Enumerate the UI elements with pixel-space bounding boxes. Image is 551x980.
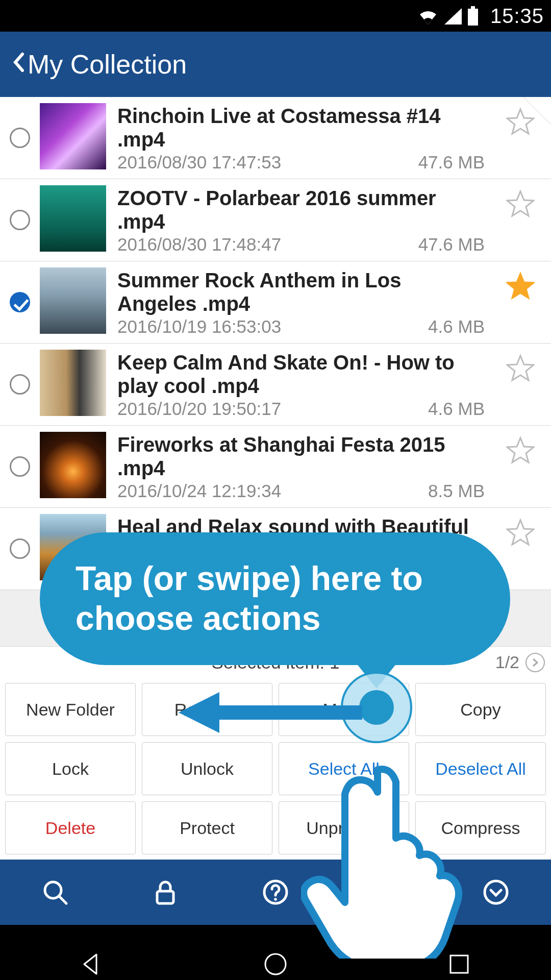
action-unlock[interactable]: Unlock [142, 742, 272, 795]
lock-icon [151, 878, 180, 906]
svg-point-10 [485, 881, 507, 903]
file-size: 47.6 MB [418, 234, 485, 255]
select-checkbox[interactable] [10, 374, 30, 395]
file-name: Rinchoin Live at Costamessa #14 .mp4 [117, 104, 485, 151]
sort-button[interactable] [331, 860, 441, 925]
action-select-all[interactable]: Select All [279, 742, 409, 795]
page-title: My Collection [28, 49, 187, 80]
file-size: 8.5 MB [428, 481, 485, 501]
chevron-down-circle-icon [482, 878, 510, 906]
nav-back[interactable] [33, 941, 151, 981]
star-icon[interactable] [506, 189, 535, 218]
collapse-button[interactable] [441, 860, 551, 925]
file-list: Rinchoin Live at Costamessa #14 .mp42016… [0, 97, 551, 590]
help-button[interactable] [220, 860, 331, 925]
bottom-toolbar [0, 860, 551, 925]
coach-tooltip: Tap (or swipe) here to choose actions [40, 532, 510, 665]
action-page-indicator: 1/2 [495, 652, 519, 672]
action-grid: New FolderRenameMoveCopyLockUnlockSelect… [0, 678, 551, 860]
lock-button[interactable] [110, 860, 220, 925]
file-thumbnail [40, 103, 106, 169]
file-thumbnail [40, 267, 106, 334]
statusbar: 15:35 [0, 0, 551, 32]
svg-point-6 [274, 898, 277, 901]
file-thumbnail [40, 432, 106, 498]
star-icon[interactable] [506, 354, 535, 382]
file-row[interactable]: Summer Rock Anthem in Los Angeles .mp420… [0, 261, 551, 344]
select-checkbox[interactable] [10, 210, 30, 230]
star-icon[interactable] [506, 436, 535, 464]
search-icon [41, 878, 69, 906]
svg-rect-4 [157, 891, 173, 903]
file-date: 2016/08/30 17:48:47 [117, 234, 281, 255]
action-deselect-all[interactable]: Deselect All [415, 742, 546, 795]
svg-line-3 [59, 896, 66, 903]
file-row[interactable]: Rinchoin Live at Costamessa #14 .mp42016… [0, 97, 551, 179]
file-size: 47.6 MB [418, 152, 485, 173]
star-icon[interactable] [506, 107, 535, 136]
nav-home[interactable] [217, 941, 334, 981]
select-checkbox[interactable] [10, 538, 30, 559]
select-checkbox[interactable] [10, 292, 30, 312]
file-size: 4.6 MB [428, 316, 485, 337]
back-icon[interactable] [12, 52, 24, 77]
svg-rect-0 [468, 9, 478, 26]
help-icon [261, 878, 290, 906]
file-thumbnail [40, 350, 106, 416]
wifi-icon [418, 7, 438, 24]
file-name: Fireworks at Shanghai Festa 2015 .mp4 [117, 433, 485, 480]
action-compress[interactable]: Compress [415, 801, 546, 854]
sort-icon [371, 878, 400, 906]
nav-recent[interactable] [400, 941, 518, 981]
file-date: 2016/10/20 19:50:17 [117, 399, 281, 419]
svg-point-11 [265, 954, 286, 974]
file-row[interactable]: Fireworks at Shanghai Festa 2015 .mp4201… [0, 426, 551, 508]
svg-rect-12 [450, 955, 468, 973]
action-unprotect[interactable]: Unprotect [279, 801, 409, 854]
next-actions-page-icon[interactable] [525, 653, 545, 672]
select-checkbox[interactable] [10, 456, 30, 477]
action-new-folder[interactable]: New Folder [5, 683, 136, 736]
action-lock[interactable]: Lock [5, 742, 136, 795]
battery-icon [467, 6, 479, 26]
action-protect[interactable]: Protect [142, 801, 272, 854]
signal-icon [443, 7, 462, 24]
appbar: My Collection [0, 32, 551, 97]
status-icons [418, 6, 479, 26]
select-checkbox[interactable] [10, 128, 30, 148]
file-row[interactable]: Keep Calm And Skate On! - How to play co… [0, 344, 551, 426]
file-date: 2016/10/19 16:53:03 [117, 316, 281, 337]
file-thumbnail [40, 185, 106, 252]
coach-tooltip-text: Tap (or swipe) here to choose actions [76, 559, 474, 639]
svg-rect-1 [471, 6, 475, 9]
star-icon[interactable] [506, 272, 535, 300]
file-name: ZOOTV - Polarbear 2016 summer .mp4 [117, 186, 485, 233]
action-rename[interactable]: Rename [142, 683, 272, 736]
file-date: 2016/10/24 12:19:34 [117, 481, 281, 501]
file-size: 4.6 MB [428, 399, 485, 419]
action-move[interactable]: Move [279, 683, 409, 736]
star-icon[interactable] [506, 518, 535, 547]
action-copy[interactable]: Copy [415, 683, 546, 736]
search-button[interactable] [0, 860, 110, 925]
android-navbar [0, 925, 551, 980]
file-name: Summer Rock Anthem in Los Angeles .mp4 [117, 268, 485, 315]
file-date: 2016/08/30 17:47:53 [117, 152, 281, 173]
action-delete[interactable]: Delete [5, 801, 136, 854]
file-name: Keep Calm And Skate On! - How to play co… [117, 351, 485, 398]
file-row[interactable]: ZOOTV - Polarbear 2016 summer .mp42016/0… [0, 179, 551, 261]
status-time: 15:35 [490, 5, 544, 28]
